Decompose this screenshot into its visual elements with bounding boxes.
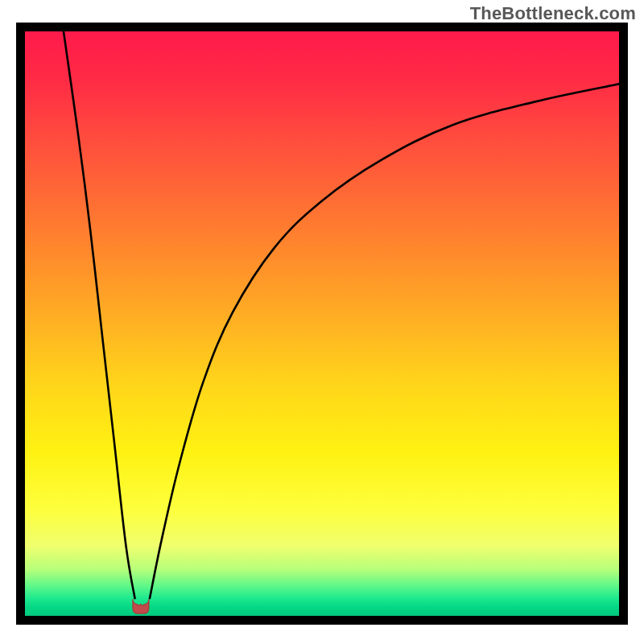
optimum-marker <box>133 599 149 613</box>
watermark-text: TheBottleneck.com <box>470 3 636 24</box>
curve-layer <box>25 31 619 616</box>
plot-frame <box>16 23 628 625</box>
curve-right-branch <box>150 84 619 598</box>
curve-left-branch <box>64 31 135 598</box>
plot-area <box>25 31 619 616</box>
bottleneck-chart: TheBottleneck.com <box>0 0 644 644</box>
